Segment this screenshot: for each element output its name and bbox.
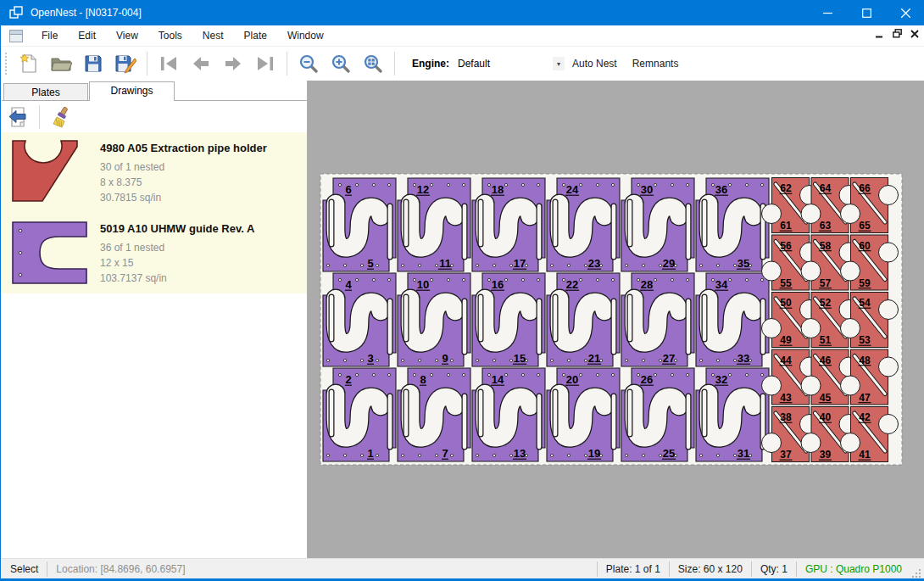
part-hole xyxy=(372,373,375,376)
nest-pair-purple[interactable]: 3433 xyxy=(696,273,769,366)
part-number-label: 36 xyxy=(715,183,727,196)
remnants-button[interactable]: Remnants xyxy=(625,53,687,74)
part-shape-red xyxy=(10,138,80,204)
next-plate-button[interactable] xyxy=(217,50,249,77)
nest-view[interactable]: 6543211211109871817161514132423222120193… xyxy=(308,81,924,558)
part-hole xyxy=(521,183,524,186)
toolbar-grip[interactable] xyxy=(5,53,8,75)
nest-pair-purple[interactable]: 2423 xyxy=(547,178,620,271)
nest-pair-purple[interactable]: 2221 xyxy=(547,273,620,366)
menu-edit[interactable]: Edit xyxy=(68,26,106,45)
nest-pair-purple[interactable]: 43 xyxy=(323,273,396,366)
last-plate-button[interactable] xyxy=(249,50,281,77)
nest-pair-purple[interactable]: 3231 xyxy=(696,368,769,461)
menu-nest[interactable]: Nest xyxy=(192,26,234,45)
part-number-label: 12 xyxy=(417,183,429,196)
save-as-button[interactable] xyxy=(109,50,142,77)
resize-grip[interactable] xyxy=(910,567,922,578)
drawing-thumbnail xyxy=(10,138,95,206)
part-number-label: 38 xyxy=(780,411,792,423)
nest-pair-purple[interactable]: 65 xyxy=(323,178,396,271)
nest-pair-purple[interactable]: 3635 xyxy=(696,178,769,271)
nest-pair-purple[interactable]: 2827 xyxy=(621,273,694,366)
mdi-close-icon[interactable] xyxy=(910,30,919,38)
nest-pair-purple[interactable]: 109 xyxy=(398,273,470,366)
engine-label: Engine: xyxy=(412,58,449,70)
save-button[interactable] xyxy=(77,50,109,77)
part-number-label: 64 xyxy=(820,182,832,194)
maximize-button[interactable] xyxy=(847,0,886,25)
part-hole xyxy=(637,278,639,281)
drawing-item[interactable]: 5019 A10 UHMW guide Rev. A 36 of 1 neste… xyxy=(2,213,307,293)
previous-plate-button[interactable] xyxy=(185,50,217,77)
part-number-label: 45 xyxy=(820,392,832,404)
part-hole xyxy=(355,183,358,186)
first-plate-button[interactable] xyxy=(153,50,185,77)
engine-combobox[interactable]: Default ▾ xyxy=(454,54,565,73)
part-hole xyxy=(504,373,507,376)
nest-pair-purple[interactable]: 1615 xyxy=(472,273,545,366)
nest-pair-purple[interactable]: 2019 xyxy=(547,368,620,461)
zoom-out-button[interactable] xyxy=(292,50,325,77)
nest-pair-purple[interactable]: 21 xyxy=(323,368,396,461)
new-button[interactable] xyxy=(13,50,45,77)
part-number-label: 58 xyxy=(820,240,832,252)
part-hole xyxy=(355,373,358,376)
part-number-label: 17 xyxy=(514,257,526,270)
part-notch xyxy=(801,376,821,395)
minimize-icon xyxy=(823,8,832,18)
menu-file[interactable]: File xyxy=(31,26,68,45)
tab-plates[interactable]: Plates xyxy=(3,83,88,101)
menu-plate[interactable]: Plate xyxy=(234,26,277,45)
part-hole xyxy=(596,373,598,376)
part-hole xyxy=(372,278,375,281)
close-button[interactable] xyxy=(886,0,924,25)
nest-pair-purple[interactable]: 1413 xyxy=(472,368,545,461)
send-to-plate-button[interactable] xyxy=(2,103,34,131)
tab-drawings[interactable]: Drawings xyxy=(89,81,175,101)
mdi-minimize-icon[interactable] xyxy=(876,30,884,38)
menu-tools[interactable]: Tools xyxy=(148,26,192,45)
nest-pair-purple[interactable]: 3029 xyxy=(621,178,694,271)
drawing-size: 8 x 8.375 xyxy=(100,175,267,190)
part-hole xyxy=(760,373,763,376)
part-hole xyxy=(579,373,582,376)
part-number-label: 40 xyxy=(820,411,832,423)
mdi-restore-icon[interactable] xyxy=(893,29,902,38)
open-button[interactable] xyxy=(45,50,77,77)
part-hole xyxy=(671,278,673,281)
clear-button[interactable] xyxy=(45,103,77,131)
nest-pair-purple[interactable]: 1817 xyxy=(472,178,545,271)
auto-nest-button[interactable]: Auto Nest xyxy=(565,53,625,74)
part-hole xyxy=(562,183,565,186)
nest-canvas-area[interactable]: 6543211211109871817161514132423222120193… xyxy=(308,81,924,558)
zoom-fit-button[interactable] xyxy=(357,50,389,77)
part-hole xyxy=(487,278,490,281)
menu-window[interactable]: Window xyxy=(277,26,334,45)
nest-pair-purple[interactable]: 2625 xyxy=(621,368,694,461)
nest-pair-purple[interactable]: 87 xyxy=(398,368,470,461)
part-number-label: 6 xyxy=(345,183,351,196)
part-number-label: 8 xyxy=(420,373,426,386)
minimize-button[interactable] xyxy=(808,0,847,25)
part-hole xyxy=(654,183,656,186)
zoom-in-button[interactable] xyxy=(325,50,357,77)
part-hole xyxy=(387,278,390,281)
part-hole xyxy=(476,359,478,361)
drawing-size: 12 x 15 xyxy=(100,255,254,271)
nest-pair-purple[interactable]: 1211 xyxy=(398,178,470,271)
part-number-label: 42 xyxy=(859,411,871,423)
part-notch xyxy=(801,319,821,338)
part-hole xyxy=(338,183,341,186)
part-number-label: 7 xyxy=(442,447,448,460)
menu-view[interactable]: View xyxy=(106,26,148,45)
drawing-item[interactable]: 4980 A05 Extraction pipe holder 30 of 1 … xyxy=(2,132,307,213)
part-notch xyxy=(762,433,782,453)
part-notch xyxy=(762,376,782,395)
part-number-label: 30 xyxy=(641,183,653,196)
part-hole xyxy=(326,264,329,266)
part-number-label: 54 xyxy=(859,297,871,309)
document-window-icon[interactable] xyxy=(9,30,23,42)
menu-bar: File Edit View Tools Nest Plate Window xyxy=(2,25,924,47)
status-size: Size: 60 x 120 xyxy=(670,563,751,575)
